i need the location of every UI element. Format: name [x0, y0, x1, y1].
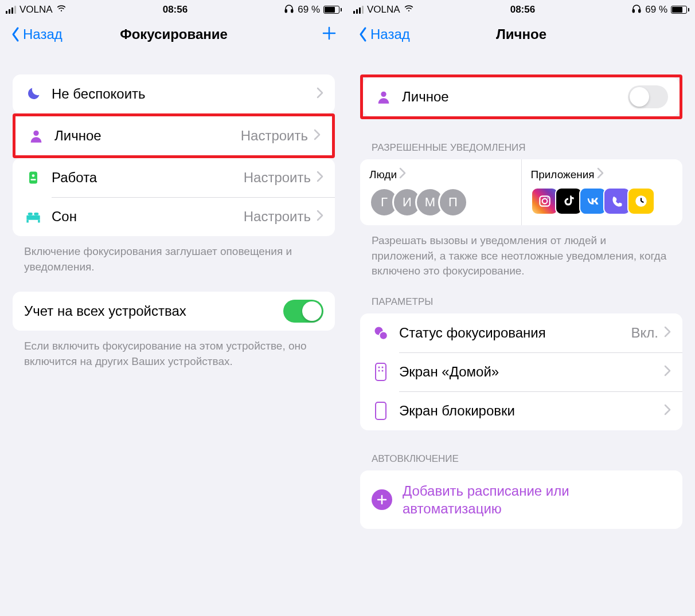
share-group: Учет на всех устройствах — [13, 292, 335, 331]
phone-right: VOLNA 08:56 69 % Назад Личное — [348, 0, 695, 616]
phone-left: VOLNA 08:56 69 % Назад Фокусирование — [0, 0, 348, 616]
avatar: П — [438, 187, 468, 217]
signal-icon — [6, 6, 16, 14]
svg-point-0 — [61, 10, 62, 11]
people-label: Люди — [369, 168, 397, 181]
signal-icon — [353, 6, 364, 14]
wifi-icon — [404, 3, 414, 17]
auto-group: Добавить расписание или автоматизацию — [360, 470, 682, 529]
back-label: Назад — [370, 26, 410, 42]
add-schedule-text: Добавить расписание или автоматизацию — [403, 482, 671, 517]
params-group: Статус фокусирования Вкл. Экран «Домой» … — [360, 313, 682, 430]
battery-icon — [323, 6, 342, 14]
svg-rect-9 — [26, 215, 40, 220]
svg-rect-16 — [639, 9, 641, 12]
row-detail: Настроить — [241, 128, 308, 144]
row-label: Экран «Домой» — [399, 364, 664, 380]
allowed-header: РАЗРЕШЕННЫЕ УВЕДОМЛЕНИЯ — [360, 142, 682, 159]
viber-icon — [603, 187, 631, 215]
row-label: Экран блокировки — [399, 403, 664, 419]
lock-screen-row[interactable]: Экран блокировки — [360, 391, 682, 430]
chevron-right-icon — [317, 87, 323, 101]
svg-point-20 — [547, 198, 548, 199]
add-schedule-row[interactable]: Добавить расписание или автоматизацию — [360, 470, 682, 529]
svg-point-14 — [408, 10, 409, 11]
allowed-apps-cell[interactable]: Приложения — [521, 159, 683, 225]
svg-point-5 — [33, 131, 38, 136]
svg-rect-27 — [376, 363, 386, 380]
back-button[interactable]: Назад — [358, 26, 410, 42]
svg-rect-6 — [29, 172, 37, 184]
focus-row-personal[interactable]: Личное Настроить — [15, 116, 332, 155]
row-label: Личное — [402, 89, 628, 105]
chevron-right-icon — [664, 365, 671, 379]
back-button[interactable]: Назад — [10, 26, 63, 42]
svg-point-7 — [32, 174, 35, 177]
share-across-devices-row: Учет на всех устройствах — [13, 292, 335, 331]
personal-toggle-row: Личное — [363, 77, 680, 116]
nav-bar: Назад Личное — [348, 17, 695, 52]
page-title: Фокусирование — [120, 26, 228, 42]
apps-label: Приложения — [531, 168, 595, 181]
carrier-label: VOLNA — [367, 4, 400, 15]
focus-modes-group: Не беспокоить — [13, 74, 335, 113]
focus-modes-group-cont: Работа Настроить Сон Настроить — [13, 158, 335, 236]
focus-row-work[interactable]: Работа Настроить — [13, 158, 335, 197]
clock-icon — [627, 187, 655, 215]
chevron-right-icon — [597, 167, 604, 182]
wifi-icon — [56, 3, 67, 17]
vk-icon — [579, 187, 607, 215]
bed-icon — [24, 207, 42, 226]
svg-point-19 — [542, 199, 547, 204]
row-label: Личное — [54, 128, 241, 144]
share-footer-text: Если включить фокусирование на этом устр… — [13, 331, 335, 369]
tiktok-icon — [555, 187, 583, 215]
lock-screen-icon — [372, 402, 390, 420]
focus-status-row[interactable]: Статус фокусирования Вкл. — [360, 313, 682, 352]
svg-point-31 — [382, 370, 384, 371]
svg-rect-2 — [291, 9, 293, 12]
status-bar: VOLNA 08:56 69 % — [348, 0, 695, 17]
focus-row-dnd[interactable]: Не беспокоить — [13, 74, 335, 113]
allowed-footer-text: Разрешать вызовы и уведомления от людей … — [360, 225, 682, 279]
page-title: Личное — [496, 26, 546, 42]
svg-rect-1 — [286, 9, 287, 12]
auto-header: АВТОВКЛЮЧЕНИЕ — [360, 453, 682, 470]
chevron-right-icon — [399, 167, 406, 182]
highlight-box: Личное Настроить — [13, 113, 335, 158]
focus-footer-text: Включение фокусирования заглушает оповещ… — [13, 236, 335, 274]
row-detail: Вкл. — [631, 325, 658, 341]
svg-rect-32 — [376, 402, 386, 419]
person-icon — [374, 88, 393, 106]
nav-bar: Назад Фокусирование — [0, 17, 348, 52]
svg-point-30 — [378, 370, 380, 371]
headphones-icon — [631, 3, 642, 17]
badge-icon — [24, 168, 42, 187]
plus-circle-icon — [372, 489, 392, 510]
chevron-right-icon — [317, 210, 323, 223]
battery-icon — [671, 6, 689, 14]
highlight-box: Личное — [360, 74, 682, 119]
person-icon — [27, 127, 45, 145]
status-time: 08:56 — [510, 4, 535, 15]
people-avatars: Г И М П — [369, 187, 512, 217]
params-header: ПАРАМЕТРЫ — [360, 296, 682, 313]
row-label: Не беспокоить — [52, 86, 317, 102]
headphones-icon — [284, 3, 294, 17]
share-toggle[interactable] — [283, 300, 323, 323]
app-icons — [531, 187, 674, 215]
add-button[interactable] — [321, 25, 337, 44]
home-screen-row[interactable]: Экран «Домой» — [360, 352, 682, 391]
personal-toggle[interactable] — [628, 85, 668, 108]
focus-status-icon — [372, 324, 390, 342]
svg-rect-8 — [30, 179, 36, 180]
allowed-people-cell[interactable]: Люди Г И М П — [360, 159, 521, 225]
chevron-right-icon — [664, 326, 671, 340]
svg-rect-12 — [28, 213, 33, 215]
row-label: Сон — [52, 209, 244, 225]
row-detail: Настроить — [244, 170, 311, 186]
svg-rect-15 — [633, 9, 635, 12]
svg-rect-13 — [34, 213, 38, 215]
status-time: 08:56 — [163, 4, 188, 15]
focus-row-sleep[interactable]: Сон Настроить — [13, 197, 335, 236]
